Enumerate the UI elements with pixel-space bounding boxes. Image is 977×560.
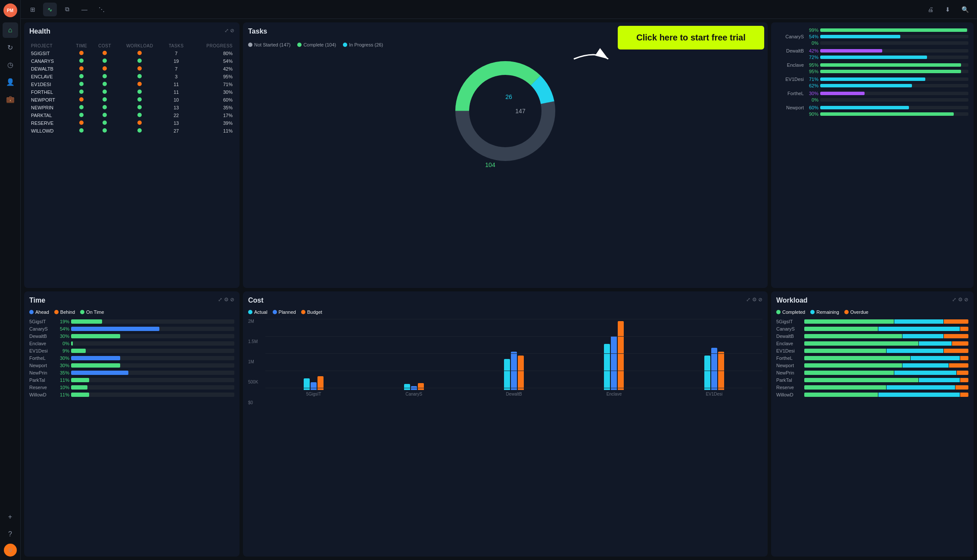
sidebar: PM ⌂ ↻ ◷ 👤 💼 + ? U — [0, 0, 21, 560]
workload-row: Newport — [776, 363, 968, 368]
sidebar-icon-plus[interactable]: + — [3, 509, 18, 525]
workload-expand[interactable]: ⤢ ⚙ ⊘ — [952, 297, 968, 303]
cell-progress: 54% — [190, 57, 234, 65]
cost-bar — [518, 356, 524, 390]
cell-tasks: 13 — [162, 104, 190, 111]
donut-chart: 104 147 26 — [248, 51, 762, 171]
svg-text:147: 147 — [515, 108, 526, 114]
table-row: NEWPRIN 13 35% — [29, 104, 234, 111]
workload-row: NewPrin — [776, 370, 968, 375]
legend-dot-complete — [297, 43, 302, 47]
topbar-icon-copy[interactable]: ⧉ — [60, 3, 74, 16]
cell-cost — [93, 88, 117, 96]
cell-progress: 35% — [190, 104, 234, 111]
cell-tasks: 10 — [162, 96, 190, 104]
sidebar-icon-briefcase[interactable]: 💼 — [3, 91, 18, 107]
progress-row: Enclave 95% 95% — [776, 62, 968, 74]
cost-expand[interactable]: ⤢ ⚙ ⊘ — [746, 297, 762, 303]
sidebar-icon-refresh[interactable]: ↻ — [3, 40, 18, 55]
sidebar-icon-clock[interactable]: ◷ — [3, 57, 18, 72]
cost-bar-group: Enclave — [566, 321, 662, 396]
tasks-title: Tasks — [248, 28, 267, 35]
time-expand[interactable]: ⤢ ⚙ ⊘ — [218, 297, 234, 303]
table-row: EV1DESI 11 71% — [29, 80, 234, 88]
cell-time — [71, 73, 93, 80]
topbar-icon-grid[interactable]: ⊞ — [26, 3, 40, 16]
cell-time — [71, 50, 93, 57]
cell-project: FORTHEL — [29, 88, 71, 96]
workload-legend: Completed Remaining Overdue — [776, 309, 968, 315]
cost-bar-group: DewaltB — [466, 352, 562, 396]
cost-bar — [618, 321, 624, 390]
tasks-panel: Tasks Click here to start free trial — [243, 22, 768, 288]
topbar-icon-print[interactable]: 🖨 — [924, 3, 937, 16]
cell-time — [71, 119, 93, 127]
topbar-icon-minus[interactable]: — — [78, 3, 91, 16]
cell-cost — [93, 65, 117, 73]
cta-arrow-svg — [569, 46, 613, 72]
cost-bar — [604, 344, 610, 390]
topbar-icon-chart[interactable]: ∿ — [43, 3, 57, 16]
cell-project: CANARYS — [29, 57, 71, 65]
col-progress: PROGRESS — [190, 42, 234, 50]
cell-time — [71, 65, 93, 73]
health-table: PROJECT TIME COST WORKLOAD TASKS PROGRES… — [29, 42, 234, 135]
legend-in-progress: In Progress (26) — [343, 42, 383, 47]
cell-workload — [117, 73, 163, 80]
table-row: FORTHEL 11 30% — [29, 88, 234, 96]
workload-row: CanaryS — [776, 326, 968, 331]
cell-tasks: 27 — [162, 127, 190, 135]
cell-workload — [117, 96, 163, 104]
svg-text:26: 26 — [505, 93, 512, 100]
topbar-icon-connect[interactable]: ⋱ — [95, 3, 109, 16]
cell-project: PARKTAL — [29, 111, 71, 119]
topbar-icon-search[interactable]: 🔍 — [958, 3, 972, 16]
cta-button[interactable]: Click here to start free trial — [618, 26, 764, 50]
time-title: Time — [29, 297, 45, 304]
table-row: 5GIGSIT 7 80% — [29, 50, 234, 57]
cost-bar — [711, 348, 717, 390]
cell-workload — [117, 80, 163, 88]
table-row: PARKTAL 22 17% — [29, 111, 234, 119]
time-bar-row: Enclave 0% — [29, 341, 234, 346]
cell-cost — [93, 127, 117, 135]
sidebar-icon-home[interactable]: ⌂ — [3, 22, 18, 38]
cost-legend: Actual Planned Budget — [248, 309, 762, 315]
health-expand[interactable]: ⤢ ⊘ — [224, 28, 234, 34]
progress-row: Newport 60% 90% — [776, 105, 968, 117]
workload-row: 5GigsIT — [776, 319, 968, 324]
cost-bar — [304, 378, 310, 390]
col-cost: COST — [93, 42, 117, 50]
time-bar-row: DewaltB 30% — [29, 334, 234, 339]
cost-bar — [418, 383, 424, 390]
time-bar-row: 5GigsIT 19% — [29, 319, 234, 324]
app-logo[interactable]: PM — [3, 3, 17, 17]
dot-completed — [776, 310, 781, 314]
cost-bar — [404, 384, 410, 390]
cell-time — [71, 96, 93, 104]
dot-planned — [273, 310, 277, 314]
cell-workload — [117, 119, 163, 127]
cell-cost — [93, 111, 117, 119]
sidebar-icon-users[interactable]: 👤 — [3, 74, 18, 90]
sidebar-icon-help[interactable]: ? — [3, 526, 18, 542]
col-project: PROJECT — [29, 42, 71, 50]
topbar-icon-filter[interactable]: ⬇ — [941, 3, 955, 16]
cost-bar — [704, 356, 710, 390]
cell-time — [71, 127, 93, 135]
col-tasks: TASKS — [162, 42, 190, 50]
sidebar-icon-avatar[interactable]: U — [4, 544, 17, 557]
cell-time — [71, 111, 93, 119]
cost-bar — [511, 352, 517, 390]
workload-legend-remaining: Remaining — [810, 309, 839, 315]
cell-tasks: 13 — [162, 119, 190, 127]
topbar: ⊞ ∿ ⧉ — ⋱ 🖨 ⬇ 🔍 — [21, 0, 977, 19]
workload-panel: Workload ⤢ ⚙ ⊘ Completed Remaining Overd… — [771, 291, 974, 557]
workload-row: Enclave — [776, 341, 968, 346]
cost-bar — [317, 376, 324, 390]
time-bar-row: EV1Desi 9% — [29, 348, 234, 353]
cost-bar-group: CanaryS — [365, 383, 462, 396]
cell-project: DEWALTB — [29, 65, 71, 73]
cell-workload — [117, 65, 163, 73]
table-row: CANARYS 19 54% — [29, 57, 234, 65]
